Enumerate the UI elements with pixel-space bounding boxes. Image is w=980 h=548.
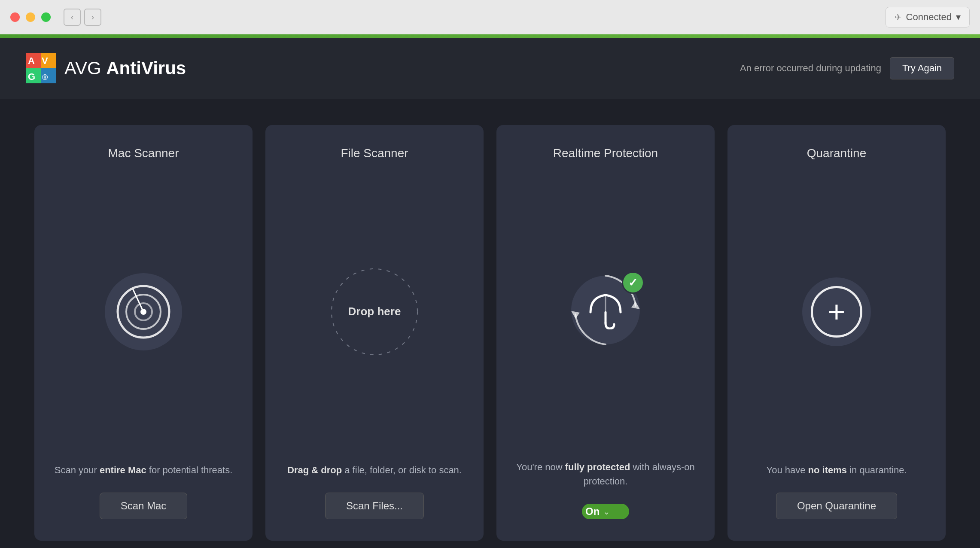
quarantine-circle-icon: + <box>802 277 871 346</box>
svg-text:G: G <box>28 71 35 82</box>
scan-mac-button[interactable]: Scan Mac <box>100 493 188 519</box>
connected-icon: ✈ <box>895 12 902 22</box>
mac-scanner-card: Mac Scanner Scan your entire Mac for <box>34 125 253 541</box>
realtime-protection-card: Realtime Protection <box>496 125 715 541</box>
accent-bar <box>0 34 980 38</box>
file-scanner-card: File Scanner Drop here Drag & drop a fil… <box>265 125 484 541</box>
scan-files-button[interactable]: Scan Files... <box>325 493 424 519</box>
app-header: A V G ® AVG AntiVirus An error occurred … <box>0 38 980 99</box>
quarantine-title: Quarantine <box>807 146 867 160</box>
drop-here-label: Drop here <box>348 305 401 318</box>
close-button[interactable] <box>10 12 20 22</box>
main-content: Mac Scanner Scan your entire Mac for <box>0 99 980 548</box>
try-again-button[interactable]: Try Again <box>890 57 954 79</box>
realtime-icon: ✓ <box>567 271 644 349</box>
check-badge-icon: ✓ <box>622 271 644 294</box>
open-quarantine-button[interactable]: Open Quarantine <box>776 493 897 519</box>
toggle-on-label: On <box>585 505 600 518</box>
scanner-circle-icon <box>105 273 182 350</box>
avg-logo-icon: A V G ® <box>26 53 56 83</box>
file-scanner-desc: Drag & drop a file, folder, or disk to s… <box>287 463 462 477</box>
minimize-button[interactable] <box>26 12 35 22</box>
drop-zone-icon[interactable]: Drop here <box>327 265 422 359</box>
error-message: An error occurred during updating <box>740 63 881 74</box>
svg-marker-17 <box>631 301 640 309</box>
mac-scanner-desc: Scan your entire Mac for potential threa… <box>55 463 233 477</box>
svg-marker-18 <box>571 311 580 319</box>
file-scanner-title: File Scanner <box>341 146 408 160</box>
quarantine-icon-area: + <box>802 177 871 446</box>
traffic-lights <box>10 12 51 22</box>
svg-text:®: ® <box>42 73 48 82</box>
realtime-icon-area: ✓ <box>567 177 644 443</box>
quarantine-desc: You have no items in quarantine. <box>767 463 907 477</box>
connected-label: Connected <box>906 12 952 23</box>
mac-scanner-title: Mac Scanner <box>108 146 179 160</box>
svg-point-13 <box>140 309 146 315</box>
realtime-desc: You're now fully protected with always-o… <box>514 460 697 488</box>
svg-text:V: V <box>42 55 48 66</box>
toggle-arrow-icon: ⌄ <box>603 506 610 517</box>
logo-area: A V G ® AVG AntiVirus <box>26 53 186 83</box>
nav-forward-button[interactable]: › <box>84 9 101 26</box>
quarantine-inner-ring: + <box>811 286 862 338</box>
plus-icon: + <box>828 297 846 327</box>
maximize-button[interactable] <box>41 12 51 22</box>
app-name: AVG AntiVirus <box>64 58 186 79</box>
file-scanner-icon-area: Drop here <box>327 177 422 446</box>
nav-back-button[interactable]: ‹ <box>64 9 81 26</box>
connected-chevron-icon: ▾ <box>956 12 961 23</box>
svg-line-12 <box>133 289 143 312</box>
realtime-toggle[interactable]: On ⌄ <box>582 504 629 519</box>
header-right: An error occurred during updating Try Ag… <box>740 57 954 79</box>
mac-scanner-icon-area <box>105 177 182 446</box>
realtime-title: Realtime Protection <box>553 146 658 160</box>
titlebar: ‹ › ✈ Connected ▾ <box>0 0 980 34</box>
connected-button[interactable]: ✈ Connected ▾ <box>886 7 970 27</box>
nav-arrows: ‹ › <box>64 9 101 26</box>
svg-text:A: A <box>28 55 35 66</box>
quarantine-card: Quarantine + You have no items in quaran… <box>727 125 946 541</box>
